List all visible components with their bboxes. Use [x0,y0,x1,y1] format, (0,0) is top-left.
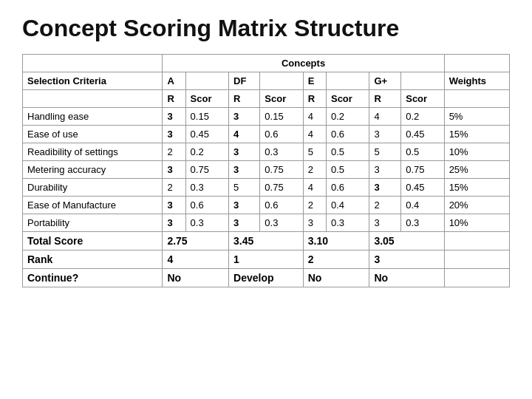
g-r: 3 [369,214,401,232]
row-label: Durability [23,179,163,197]
g-scor: 0.45 [401,126,444,143]
df-scor: 0.75 [260,179,303,197]
a-r: 2 [163,179,185,197]
rank-row: Rank4123 [23,250,510,269]
col-a-scor-placeholder [185,72,228,90]
a-r: 3 [163,108,185,126]
weight: 5% [444,108,509,126]
row-label: Metering accuracy [23,161,163,179]
sub-df-s: Scor [260,90,303,108]
scoring-matrix: Concepts Selection Criteria A DF E G+ We… [22,54,510,287]
continue-row: Continue?NoDevelopNoNo [23,269,510,287]
g-r: 3 [369,126,401,143]
e-scor: 0.6 [326,126,369,143]
a-r: 3 [163,161,185,179]
e-scor: 0.6 [326,179,369,197]
e-scor: 0.4 [326,197,369,214]
weight: 10% [444,143,509,161]
g-scor: 0.2 [401,108,444,126]
e-scor: 0.3 [326,214,369,232]
a-r: 3 [163,197,185,214]
row-label: Ease of use [23,126,163,143]
g-scor: 0.4 [401,197,444,214]
weight: 20% [444,197,509,214]
selection-criteria-header: Selection Criteria [23,72,163,90]
weight: 25% [444,161,509,179]
sub-df-r: R [229,90,260,108]
g-scor: 0.3 [401,214,444,232]
e-scor: 0.5 [326,161,369,179]
sub-e-s: Scor [326,90,369,108]
a-scor: 0.6 [185,197,228,214]
e-r: 4 [303,108,326,126]
df-scor: 0.75 [260,161,303,179]
col-df-label: DF [229,72,260,90]
sub-g-s: Scor [401,90,444,108]
a-scor: 0.45 [185,126,228,143]
total-row: Total Score2.753.453.103.05 [23,232,510,250]
df-scor: 0.3 [260,143,303,161]
weight: 15% [444,179,509,197]
g-scor: 0.45 [401,179,444,197]
e-r: 4 [303,126,326,143]
df-scor: 0.6 [260,126,303,143]
g-scor: 0.75 [401,161,444,179]
table-row: Handling ease30.1530.1540.240.25% [23,108,510,126]
weight: 15% [444,126,509,143]
row-label: Handling ease [23,108,163,126]
empty-top-left [23,55,163,72]
row-label: Readibility of settings [23,143,163,161]
table-row: Readibility of settings20.230.350.550.51… [23,143,510,161]
df-r: 3 [229,214,260,232]
sub-a-r: R [163,90,185,108]
table-row: Ease of use30.4540.640.630.4515% [23,126,510,143]
g-r: 3 [369,179,401,197]
e-scor: 0.5 [326,143,369,161]
e-scor: 0.2 [326,108,369,126]
col-df-scor-placeholder [260,72,303,90]
weight: 10% [444,214,509,232]
table-row: Portability30.330.330.330.310% [23,214,510,232]
concepts-header: Concepts [163,55,444,72]
df-r: 3 [229,143,260,161]
col-g-label: G+ [369,72,401,90]
col-g-scor-placeholder [401,72,444,90]
sub-e-r: R [303,90,326,108]
row-label: Ease of Manufacture [23,197,163,214]
a-r: 2 [163,143,185,161]
table-row: Ease of Manufacture30.630.620.420.420% [23,197,510,214]
col-a-label: A [163,72,185,90]
a-r: 3 [163,214,185,232]
a-r: 3 [163,126,185,143]
e-r: 4 [303,179,326,197]
weights-header: Weights [444,72,509,90]
g-scor: 0.5 [401,143,444,161]
table-row: Durability20.350.7540.630.4515% [23,179,510,197]
g-r: 5 [369,143,401,161]
df-r: 3 [229,161,260,179]
row-label: Portability [23,214,163,232]
df-r: 3 [229,197,260,214]
df-scor: 0.3 [260,214,303,232]
a-scor: 0.3 [185,214,228,232]
sub-weights-blank [444,90,509,108]
sub-a-s: Scor [185,90,228,108]
a-scor: 0.3 [185,179,228,197]
g-r: 2 [369,197,401,214]
df-scor: 0.15 [260,108,303,126]
a-scor: 0.75 [185,161,228,179]
e-r: 2 [303,197,326,214]
sub-g-r: R [369,90,401,108]
col-e-label: E [303,72,326,90]
g-r: 4 [369,108,401,126]
page-title: Concept Scoring Matrix Structure [22,15,510,42]
e-r: 5 [303,143,326,161]
df-r: 5 [229,179,260,197]
e-r: 2 [303,161,326,179]
df-r: 3 [229,108,260,126]
col-e-scor-placeholder [326,72,369,90]
empty-top-right [444,55,509,72]
df-r: 4 [229,126,260,143]
g-r: 3 [369,161,401,179]
e-r: 3 [303,214,326,232]
